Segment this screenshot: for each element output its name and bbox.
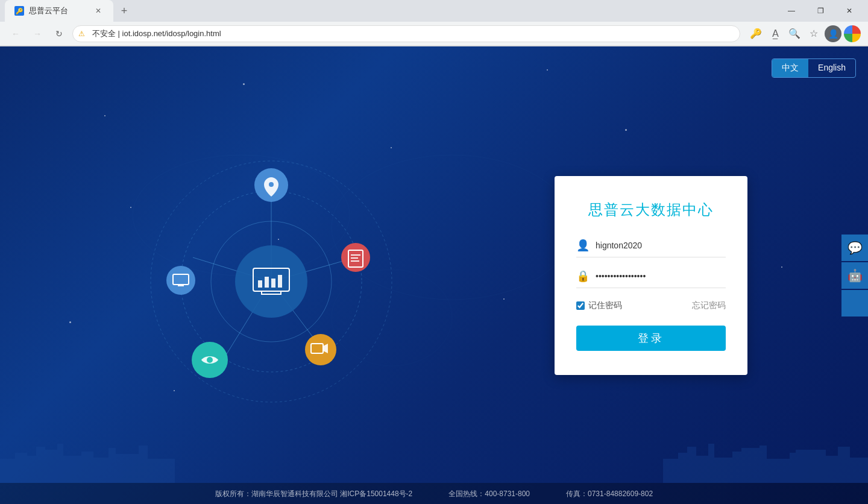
login-title: 思普云大数据中心 (576, 200, 726, 219)
address-bar: ← → ↻ ⚠ 🔑 A̲ 🔍 ☆ 👤 (0, 22, 868, 46)
insecure-icon: ⚠ (78, 30, 85, 38)
svg-rect-62 (766, 459, 793, 483)
svg-rect-25 (278, 275, 282, 288)
wechat-button[interactable]: 💬 (841, 235, 868, 261)
login-card: 思普云大数据中心 👤 🔒 记住密码 忘记密码 登录 (555, 176, 747, 375)
svg-rect-52 (145, 459, 175, 483)
new-tab-button[interactable]: + (116, 2, 133, 19)
password-manager-icon[interactable]: 🔑 (747, 25, 764, 42)
android-icon: 🤖 (848, 268, 863, 283)
address-input[interactable] (72, 25, 740, 42)
address-container: ⚠ (72, 25, 740, 42)
tab-title: 思普云平台 (29, 5, 68, 16)
window-controls: — ❐ ✕ (778, 0, 863, 22)
footer-copyright: 版权所有：湖南华辰智通科技有限公司 湘ICP备15001448号-2 (215, 489, 412, 499)
close-button[interactable]: ✕ (835, 0, 863, 22)
svg-rect-50 (115, 454, 142, 483)
toolbar-icons: 🔑 A̲ 🔍 ☆ 👤 (747, 25, 861, 42)
svg-rect-60 (741, 448, 763, 483)
chinese-lang-button[interactable]: 中文 (772, 59, 808, 77)
svg-rect-24 (271, 279, 275, 288)
footer-fax: 传真：0731-84882609-802 (566, 489, 653, 499)
wechat-icon: 💬 (848, 241, 863, 255)
form-options: 记住密码 忘记密码 (576, 300, 726, 311)
footer-hotline: 全国热线：400-8731-800 (448, 489, 530, 499)
active-tab[interactable]: 🔑 思普云平台 ✕ (5, 0, 113, 22)
svg-rect-46 (60, 456, 84, 483)
svg-rect-33 (351, 254, 360, 256)
svg-point-28 (166, 266, 195, 295)
android-button[interactable]: 🤖 (841, 262, 868, 289)
tab-close-button[interactable]: ✕ (93, 5, 104, 16)
forgot-password-link[interactable]: 忘记密码 (692, 300, 726, 311)
restore-button[interactable]: ❐ (807, 0, 834, 22)
minimize-button[interactable]: — (778, 0, 805, 22)
svg-point-37 (207, 357, 213, 363)
tab-favicon: 🔑 (14, 6, 24, 16)
remember-checkbox[interactable] (576, 301, 585, 310)
reload-button[interactable]: ↻ (51, 25, 68, 42)
remember-text: 记住密码 (588, 300, 622, 311)
svg-rect-64 (796, 450, 826, 483)
footer: 版权所有：湖南华辰智通科技有限公司 湘ICP备15001448号-2 全国热线：… (0, 483, 868, 504)
svg-rect-67 (847, 458, 868, 483)
svg-rect-48 (90, 458, 112, 483)
password-group: 🔒 (576, 269, 726, 288)
page-content: 中文 English 思普云大数据中心 👤 🔒 记住密码 忘记密码 登录 � (0, 46, 868, 504)
svg-rect-23 (265, 277, 269, 288)
apple-button[interactable] (841, 290, 868, 317)
right-sidebar: 💬 🤖 (841, 235, 868, 317)
login-button[interactable]: 登录 (576, 326, 726, 351)
svg-rect-34 (351, 257, 358, 259)
diagram-container (121, 125, 422, 426)
svg-point-38 (305, 334, 336, 365)
bookmark-icon[interactable]: ☆ (805, 25, 822, 42)
user-icon: 👤 (576, 239, 590, 252)
profile-button[interactable]: 👤 (825, 25, 841, 42)
password-input[interactable] (596, 271, 726, 281)
svg-rect-58 (711, 458, 735, 483)
forward-button[interactable]: → (29, 25, 46, 42)
username-group: 👤 (576, 239, 726, 257)
lock-icon: 🔒 (576, 269, 590, 283)
browser-chrome: 🔑 思普云平台 ✕ + — ❐ ✕ ← → ↻ ⚠ 🔑 A̲ 🔍 ☆ 👤 (0, 0, 868, 46)
diagram-svg (121, 125, 422, 426)
english-lang-button[interactable]: English (808, 59, 855, 77)
remember-password-label[interactable]: 记住密码 (576, 300, 622, 311)
svg-rect-22 (258, 280, 262, 288)
translate-icon[interactable]: A̲ (767, 25, 784, 42)
chrome-menu-icon[interactable] (844, 25, 861, 42)
tab-bar: 🔑 思普云平台 ✕ + — ❐ ✕ (0, 0, 868, 22)
username-input[interactable] (596, 241, 726, 250)
zoom-icon[interactable]: 🔍 (786, 25, 803, 42)
svg-rect-30 (178, 285, 184, 286)
svg-point-27 (269, 182, 274, 187)
back-button[interactable]: ← (7, 25, 24, 42)
city-skyline (0, 435, 868, 483)
language-switcher: 中文 English (772, 58, 856, 78)
svg-rect-35 (351, 260, 359, 262)
